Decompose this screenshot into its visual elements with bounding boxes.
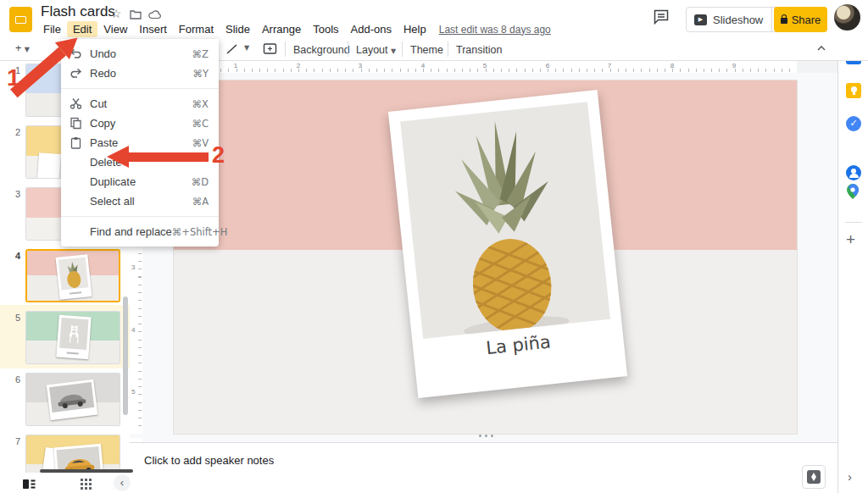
document-title[interactable]: Flash cards — [41, 3, 115, 20]
play-icon: ▶ — [694, 14, 707, 25]
menu-arrange[interactable]: Arrange — [256, 21, 307, 37]
menu-item-find-replace[interactable]: Find and replace ⌘+Shift+H — [61, 222, 219, 241]
keep-icon[interactable] — [846, 83, 861, 98]
theme-button[interactable]: Theme — [405, 42, 448, 58]
menu-item-label: Undo — [90, 47, 116, 60]
panel-divider — [845, 222, 862, 223]
menu-bar: File Edit View Insert Format Slide Arran… — [37, 20, 551, 38]
annotation-step-1: 1 — [7, 64, 20, 91]
ruler-number: 4 — [421, 62, 425, 69]
horizontal-ruler: 1 2 3 4 5 6 7 8 9 — [142, 61, 837, 73]
menu-item-duplicate[interactable]: Duplicate ⌘D — [61, 172, 219, 191]
background-button[interactable]: Background — [288, 42, 355, 58]
paste-icon — [70, 136, 83, 150]
thumb-photo — [59, 318, 88, 350]
hide-menus-icon[interactable] — [815, 42, 827, 58]
slides-logo-icon[interactable] — [9, 7, 32, 32]
expand-panel-icon[interactable]: › — [848, 469, 852, 484]
menu-item-label: Find and replace — [90, 225, 172, 238]
menu-item-label: Select all — [90, 195, 135, 208]
toolbar-separator — [348, 42, 348, 57]
maps-icon[interactable] — [846, 184, 861, 199]
ruler-number: 9 — [732, 62, 736, 69]
thumb-pineapple — [58, 257, 89, 290]
menu-addons[interactable]: Add-ons — [345, 21, 398, 37]
account-avatar[interactable] — [834, 4, 860, 30]
menu-item-redo[interactable]: Redo ⌘Y — [61, 64, 219, 83]
side-panel: 31 ✓ + › — [837, 39, 868, 493]
menu-item-cut[interactable]: Cut ⌘X — [61, 94, 219, 114]
ruler-number: 7 — [608, 62, 611, 69]
menu-item-shortcut: ⌘Z — [192, 48, 209, 60]
menu-item-label: Copy — [90, 117, 115, 130]
menu-tools[interactable]: Tools — [307, 21, 344, 37]
redo-icon — [70, 67, 83, 80]
speaker-notes-placeholder[interactable]: Click to add speaker notes — [144, 454, 274, 467]
slide-thumbnail-5[interactable] — [25, 311, 120, 364]
text-box-icon[interactable] — [263, 42, 277, 58]
dot — [485, 435, 487, 437]
ruler-number: 3 — [359, 62, 362, 69]
menu-icon-spacer — [70, 175, 83, 189]
explore-icon — [807, 470, 821, 484]
ruler-number: 2 — [297, 62, 300, 69]
speaker-notes-panel[interactable]: Click to add speaker notes — [130, 442, 837, 493]
menu-item-shortcut: ⌘A — [192, 196, 209, 208]
thumb-card — [37, 152, 61, 179]
slide-number: 2 — [5, 127, 20, 137]
layout-caret-icon: ▼ — [391, 47, 396, 55]
filmstrip-scrollbar-horizontal[interactable] — [40, 469, 133, 473]
explore-button[interactable] — [802, 465, 826, 489]
menu-icon-spacer — [70, 195, 83, 208]
menu-item-copy[interactable]: Copy ⌘C — [61, 114, 219, 133]
menu-insert[interactable]: Insert — [133, 21, 173, 37]
menu-help[interactable]: Help — [398, 21, 432, 37]
slide-page[interactable]: La piña — [174, 80, 797, 434]
menu-item-shortcut: ⌘Y — [192, 68, 209, 80]
menu-item-undo[interactable]: Undo ⌘Z — [61, 44, 219, 64]
menu-format[interactable]: Format — [173, 21, 220, 37]
line-tool-caret-icon[interactable]: ▼ — [244, 44, 249, 52]
new-slide-button[interactable]: + ▼ — [10, 41, 35, 56]
annotation-step-2: 2 — [212, 142, 225, 169]
contacts-icon[interactable] — [846, 165, 861, 180]
get-addons-icon[interactable]: + — [846, 230, 855, 249]
polaroid-image[interactable]: La piña — [388, 90, 627, 398]
menu-icon-spacer — [70, 156, 83, 169]
notes-resize-handle[interactable] — [479, 435, 496, 438]
thumb-shape — [26, 126, 64, 156]
menu-slide[interactable]: Slide — [220, 21, 256, 37]
grid-view-icon[interactable] — [81, 478, 92, 493]
ruler-number: 1 — [234, 62, 237, 69]
layout-button[interactable]: Layout ▼ — [351, 42, 401, 58]
last-edit-link[interactable]: Last edit was 8 days ago — [439, 24, 551, 36]
thumb-photo — [58, 257, 89, 290]
share-button[interactable]: Share — [774, 7, 827, 32]
thumb-shape — [26, 218, 64, 241]
share-label: Share — [792, 14, 821, 26]
app-header: Flash cards ☆ File Edit View Insert Form… — [0, 0, 868, 39]
slide-thumbnail-4-selected[interactable] — [25, 249, 120, 302]
collapse-filmstrip-icon[interactable]: ‹ — [114, 474, 131, 491]
slideshow-main[interactable]: ▶ Slideshow — [687, 8, 771, 31]
slide-thumbnail-6[interactable] — [25, 373, 120, 426]
toolbar-separator — [448, 42, 448, 57]
dot — [479, 435, 481, 437]
arrow-head — [107, 146, 129, 168]
star-icon[interactable]: ☆ — [109, 7, 123, 20]
filmstrip-view-icon[interactable] — [23, 478, 36, 493]
slide-row-5: 5 — [0, 311, 130, 364]
menu-item-shortcut: ⌘C — [192, 118, 209, 130]
new-slide-caret-icon: ▼ — [25, 46, 30, 53]
line-tool-icon[interactable] — [225, 42, 239, 59]
slide-number: 4 — [5, 251, 20, 261]
menu-item-select-all[interactable]: Select all ⌘A — [61, 191, 219, 211]
filmstrip-scrollbar-vertical[interactable] — [123, 296, 128, 415]
ruler-number: 3 — [131, 263, 135, 271]
menu-view[interactable]: View — [97, 21, 133, 37]
tasks-icon[interactable]: ✓ — [846, 116, 861, 131]
cut-icon — [70, 97, 83, 111]
slide-number: 3 — [5, 189, 20, 199]
comments-icon[interactable] — [653, 8, 673, 29]
transition-button[interactable]: Transition — [451, 42, 507, 58]
